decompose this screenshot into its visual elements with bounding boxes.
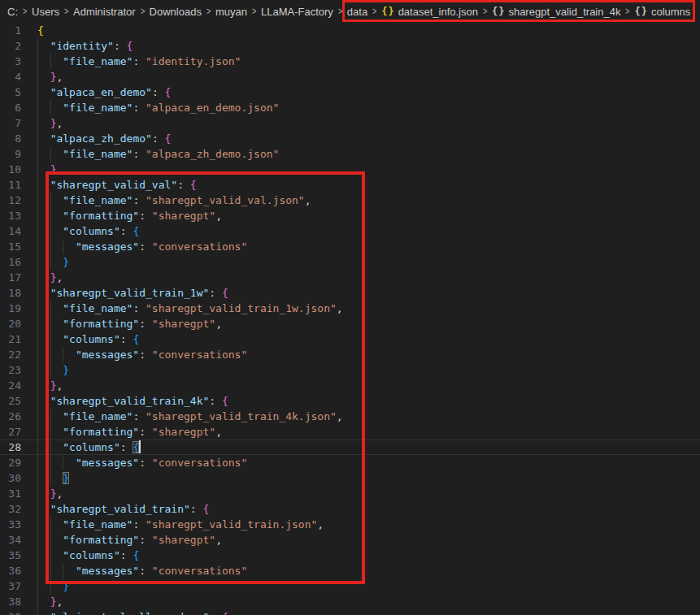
code-editor[interactable]: 1{2"identity": {3"file_name": "identity.… xyxy=(0,23,700,615)
indent-guide xyxy=(37,316,50,331)
indent-guide xyxy=(37,301,50,316)
line-number: 14 xyxy=(0,223,21,239)
breadcrumb-item-sharegpt-valid-train-4k[interactable]: {}sharegpt_valid_train_4k xyxy=(492,6,621,18)
indent-guide xyxy=(37,223,50,239)
indent-guide xyxy=(63,347,76,362)
code-line-15[interactable]: 15"messages": "conversations" xyxy=(0,239,700,254)
code-line-34[interactable]: 34"formatting": "sharegpt", xyxy=(0,532,700,548)
code-line-26[interactable]: 26"file_name": "sharegpt_valid_train_4k.… xyxy=(0,409,700,424)
breadcrumb-item-c[interactable]: C: xyxy=(7,6,18,18)
breadcrumb-label: Downloads xyxy=(150,6,202,18)
code-line-28[interactable]: 28"columns": { xyxy=(0,440,700,455)
code-line-24[interactable]: 24}, xyxy=(0,378,700,393)
code-line-36[interactable]: 36"messages": "conversations" xyxy=(0,563,700,578)
breadcrumb-item-downloads[interactable]: Downloads xyxy=(150,6,202,18)
code-text: "sharegpt_valid_train": { xyxy=(37,501,209,517)
code-text: }, xyxy=(37,486,63,501)
code-line-18[interactable]: 18"sharegpt_valid_train_1w": { xyxy=(0,285,700,301)
line-number: 1 xyxy=(0,23,21,38)
indent-guide xyxy=(37,84,50,100)
json-object-icon: {} xyxy=(381,6,394,17)
indent-guide xyxy=(37,578,50,594)
code-line-27[interactable]: 27"formatting": "sharegpt", xyxy=(0,424,700,440)
breadcrumb-item-muyan[interactable]: muyan xyxy=(215,6,247,18)
code-line-37[interactable]: 37} xyxy=(0,578,700,594)
indent-guide xyxy=(50,440,63,455)
code-line-30[interactable]: 30} xyxy=(0,470,700,486)
code-line-11[interactable]: 11"sharegpt_valid_val": { xyxy=(0,177,700,193)
line-number: 37 xyxy=(0,578,21,594)
code-line-22[interactable]: 22"messages": "conversations" xyxy=(0,347,700,362)
indent-guide xyxy=(37,362,50,378)
breadcrumb-item-users[interactable]: Users xyxy=(32,6,59,18)
code-text: "formatting": "sharegpt", xyxy=(37,424,222,440)
indent-guide xyxy=(63,563,76,578)
code-line-12[interactable]: 12"file_name": "sharegpt_valid_val.json"… xyxy=(0,193,700,208)
code-line-2[interactable]: 2"identity": { xyxy=(0,38,700,54)
code-line-21[interactable]: 21"columns": { xyxy=(0,331,700,347)
indent-guide xyxy=(50,455,63,470)
breadcrumb-item-dataset-info-json[interactable]: {}dataset_info.json xyxy=(381,6,478,18)
line-number: 10 xyxy=(0,162,21,177)
indent-guide xyxy=(37,424,50,440)
breadcrumb-label: data xyxy=(347,6,367,18)
code-line-23[interactable]: 23} xyxy=(0,362,700,378)
code-line-16[interactable]: 16} xyxy=(0,254,700,270)
line-number: 35 xyxy=(0,548,21,563)
code-line-1[interactable]: 1{ xyxy=(0,23,700,38)
code-line-6[interactable]: 6"file_name": "alpaca_en_demo.json" xyxy=(0,100,700,115)
indent-guide xyxy=(50,254,63,270)
code-line-25[interactable]: 25"sharegpt_valid_train_4k": { xyxy=(0,393,700,409)
code-text: "identity": { xyxy=(37,38,133,54)
code-line-7[interactable]: 7}, xyxy=(0,115,700,131)
breadcrumb-item-llama-factory[interactable]: LLaMA-Factory xyxy=(261,6,333,18)
chevron-right-icon: > xyxy=(252,6,256,17)
code-line-10[interactable]: 10}, xyxy=(0,162,700,177)
code-text: "file_name": "sharegpt_valid_train.json"… xyxy=(37,517,324,532)
code-line-14[interactable]: 14"columns": { xyxy=(0,223,700,239)
code-text: "formatting": "sharegpt", xyxy=(37,208,222,223)
code-line-19[interactable]: 19"file_name": "sharegpt_valid_train_1w.… xyxy=(0,301,700,316)
breadcrumb: C:>Users>Administrator>Downloads>muyan>L… xyxy=(0,0,700,23)
indent-guide xyxy=(50,563,63,578)
indent-guide xyxy=(50,578,63,594)
indent-guide xyxy=(37,594,50,609)
code-line-5[interactable]: 5"alpaca_en_demo": { xyxy=(0,84,700,100)
indent-guide xyxy=(37,208,50,223)
indent-guide xyxy=(50,470,63,486)
code-line-29[interactable]: 29"messages": "conversations" xyxy=(0,455,700,470)
indent-guide xyxy=(37,115,50,131)
breadcrumb-item-administrator[interactable]: Administrator xyxy=(73,6,136,18)
code-line-35[interactable]: 35"columns": { xyxy=(0,548,700,563)
code-text: } xyxy=(37,578,69,594)
chevron-right-icon: > xyxy=(23,6,27,17)
breadcrumb-label: C: xyxy=(7,6,18,18)
breadcrumb-item-columns[interactable]: {}columns xyxy=(634,6,690,18)
breadcrumb-item-data[interactable]: data xyxy=(347,6,367,18)
indent-guide xyxy=(50,54,63,69)
code-line-33[interactable]: 33"file_name": "sharegpt_valid_train.jso… xyxy=(0,517,700,532)
code-text: "sharegpt_valid_val": { xyxy=(37,177,197,193)
indent-guide xyxy=(50,409,63,424)
code-line-3[interactable]: 3"file_name": "identity.json" xyxy=(0,54,700,69)
code-line-32[interactable]: 32"sharegpt_valid_train": { xyxy=(0,501,700,517)
code-text: "file_name": "identity.json" xyxy=(37,54,241,69)
code-line-4[interactable]: 4}, xyxy=(0,69,700,84)
indent-guide xyxy=(50,362,63,378)
code-line-31[interactable]: 31}, xyxy=(0,486,700,501)
indent-guide xyxy=(50,223,63,239)
indent-guide xyxy=(37,193,50,208)
code-line-39[interactable]: 39"glaive_toolcall_en_demo": { xyxy=(0,609,700,615)
code-text: }, xyxy=(37,378,63,393)
code-line-8[interactable]: 8"alpaca_zh_demo": { xyxy=(0,131,700,146)
code-line-13[interactable]: 13"formatting": "sharegpt", xyxy=(0,208,700,223)
line-number: 2 xyxy=(0,38,21,54)
code-line-38[interactable]: 38}, xyxy=(0,594,700,609)
code-line-17[interactable]: 17}, xyxy=(0,270,700,285)
code-text: }, xyxy=(37,115,63,131)
code-line-9[interactable]: 9"file_name": "alpaca_zh_demo.json" xyxy=(0,146,700,162)
line-number: 4 xyxy=(0,69,21,84)
line-number: 11 xyxy=(0,177,21,193)
code-line-20[interactable]: 20"formatting": "sharegpt", xyxy=(0,316,700,331)
indent-guide xyxy=(37,285,50,301)
